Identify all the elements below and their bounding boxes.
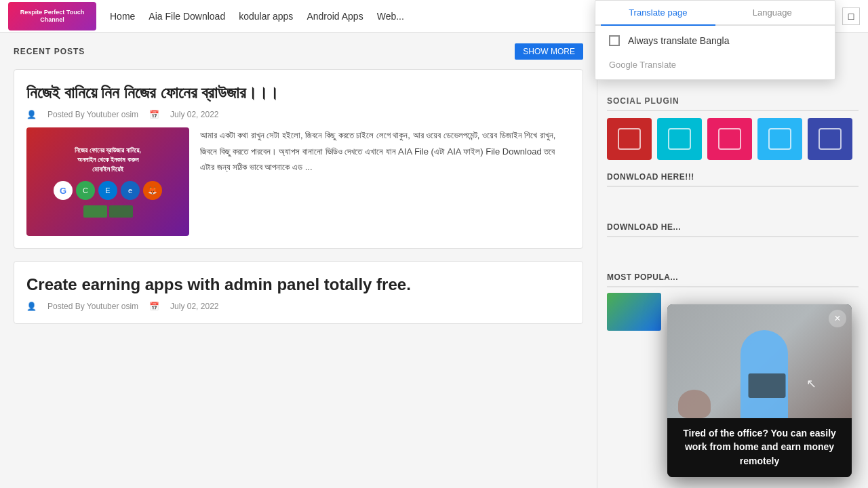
google-translate-label: Google Translate [609,60,676,70]
post-2-date-icon: 📅 [149,302,159,311]
cursor-icon: ↖ [806,376,816,391]
translate-footer: Google Translate [595,56,835,79]
thumb-text-1: নিজের ফোনের ব্রাউজার বানিয়ে,অনলাইন থেকে… [75,146,141,174]
linkedin-icon [818,128,842,150]
ad-close-button[interactable]: × [829,310,846,327]
social-youtube[interactable] [607,118,652,160]
always-translate-checkbox[interactable] [609,35,620,46]
nav-aia[interactable]: Aia File Download [149,11,225,22]
social-icons-row [607,118,859,160]
most-popular-title: MOST POPULA... [607,272,859,287]
post-2-author: Posted By Youtuber osim [47,302,138,311]
social-facebook[interactable] [757,118,802,160]
post-1-body: নিজের ফোনের ব্রাউজার বানিয়ে,অনলাইন থেকে… [26,127,570,236]
nav-kodular[interactable]: kodular apps [239,11,293,22]
social-twitter[interactable] [657,118,702,160]
facebook-icon [768,128,791,150]
download-widget-2: DOWNLOAD HE... [607,222,859,263]
ad-image: ↖ [667,304,852,418]
translate-dropdown: Translate page Language Always translate… [595,0,835,80]
post-1-meta: 👤 Posted By Youtuber osim 📅 July 02, 202… [26,110,570,119]
chrome-icon: C [76,181,95,200]
post-1-author-icon: 👤 [26,110,37,119]
social-instagram[interactable] [707,118,752,160]
post-1-title[interactable]: নিজেই বানিয়ে নিন নিজের ফোনের ব্রাউজার।।… [26,82,570,103]
download-content [607,192,859,213]
social-plugin-widget: SOCIAL PLUGIN [607,96,859,160]
download-title-2: DOWNLOAD HE... [607,222,859,237]
translate-tab-bar: Translate page Language [595,1,835,26]
post-2-meta: 👤 Posted By Youtuber osim 📅 July 02, 202… [26,302,570,311]
download-widget: DONWLOAD HERE!!! [607,172,859,213]
logo[interactable]: Respite Perfect Touch Channel [8,2,96,30]
show-more-button[interactable]: SHOW MORE [515,43,583,60]
always-translate-label: Always translate Bangla [628,35,729,46]
ad-text-content: Tired of the office? You can easily work… [677,426,842,468]
firefox-icon: 🦊 [143,181,162,200]
nav-home[interactable]: Home [110,11,135,22]
ie-icon: e [121,181,140,200]
google-icon: G [54,181,73,200]
download-content-2 [607,243,859,263]
edge-icon: E [98,181,117,200]
post-2-date: July 02, 2022 [170,302,218,311]
post-1-date-icon: 📅 [149,110,159,119]
youtube-icon [618,128,641,150]
ad-popup: × ↖ Tired of the office? You can easily … [667,304,852,477]
social-linkedin[interactable] [808,118,852,160]
tab-translate-page[interactable]: Translate page [601,1,715,26]
instagram-icon [718,128,741,150]
post-2-title[interactable]: Create earning apps with admin panel tot… [26,274,570,295]
ad-dog-shape [678,390,711,418]
section-header: RECENT POSTS SHOW MORE [14,43,583,60]
tab-language[interactable]: Language [715,1,830,24]
ad-laptop [749,373,786,398]
post-1-author: Posted By Youtuber osim [47,110,138,119]
nav-web[interactable]: Web... [377,11,404,22]
popular-thumb[interactable] [607,293,661,331]
social-plugin-title: SOCIAL PLUGIN [607,96,859,111]
post-2-author-icon: 👤 [26,302,37,311]
left-content: RECENT POSTS SHOW MORE নিজেই বানিয়ে নিন… [0,33,597,488]
post-card-2: Create earning apps with admin panel tot… [14,261,583,324]
section-title: RECENT POSTS [14,47,85,56]
thumb-icons-row: G C E e 🦊 [54,181,162,200]
ad-text-area: Tired of the office? You can easily work… [667,418,852,477]
post-card-1: নিজেই বানিয়ে নিন নিজের ফোনের ব্রাউজার।।… [14,69,583,249]
download-title: DONWLOAD HERE!!! [607,172,859,187]
post-1-excerpt: আমার একটা কথা রাখুন সেটা হইলো, জিবনে কিছ… [200,127,570,236]
logo-text: Respite Perfect Touch Channel [8,7,96,25]
close-icon: × [834,313,840,324]
square-icon[interactable]: □ [842,7,860,25]
always-translate-row: Always translate Bangla [595,26,835,56]
post-1-date: July 02, 2022 [170,110,218,119]
thumb-money [83,205,133,218]
post-1-thumbnail: নিজের ফোনের ব্রাউজার বানিয়ে,অনলাইন থেকে… [26,127,189,236]
twitter-icon [668,128,691,150]
nav-android[interactable]: Android Apps [307,11,363,22]
